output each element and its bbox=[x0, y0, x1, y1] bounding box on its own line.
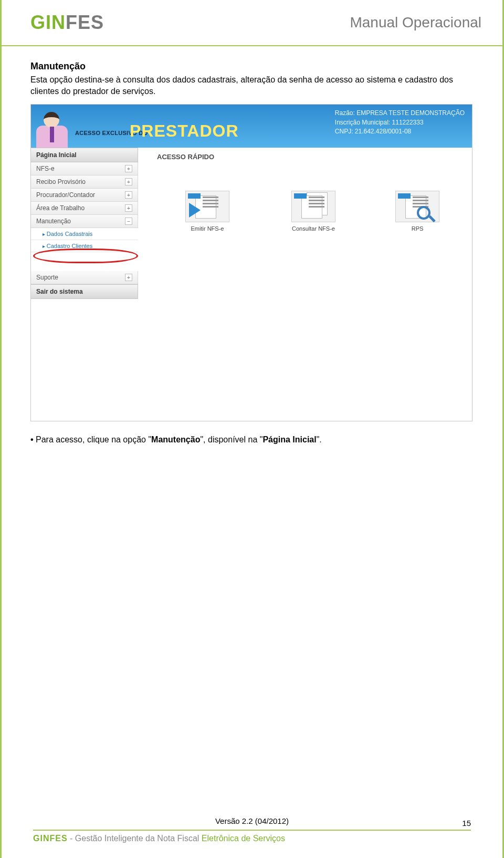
menu-item-label: Suporte bbox=[36, 274, 58, 281]
quick-emitir-nfse[interactable]: Emitir NFS-e bbox=[183, 191, 232, 232]
footer-tagline-2: Eletrônica de Serviços bbox=[202, 834, 285, 843]
bullet-bold-2: Página Inicial bbox=[262, 435, 316, 444]
menu-recibo[interactable]: Recibo Provisório+ bbox=[31, 175, 138, 189]
expand-icon[interactable]: + bbox=[125, 204, 132, 212]
page-number: 15 bbox=[462, 819, 471, 828]
menu-manutencao[interactable]: Manutenção− bbox=[31, 215, 138, 228]
left-menu: Página Inicial NFS-e+ Recibo Provisório+… bbox=[31, 148, 138, 299]
quick-access-heading: ACESSO RÁPIDO bbox=[157, 153, 214, 161]
ginfes-logo: GINFES bbox=[30, 12, 104, 34]
menu-item-label: Área de Trabalho bbox=[36, 204, 85, 212]
consult-icon bbox=[291, 191, 335, 222]
quick-item-label: RPS bbox=[393, 225, 442, 232]
document-title: Manual Operacional bbox=[350, 14, 481, 31]
quick-rps[interactable]: RPS bbox=[393, 191, 442, 232]
menu-procurador[interactable]: Procurador/Contador+ bbox=[31, 189, 138, 202]
company-inscricao: Inscrição Municipal: 111222333 bbox=[335, 118, 465, 127]
content-area: Manutenção Esta opção destina-se à consu… bbox=[2, 46, 502, 444]
footer-dash: - bbox=[68, 834, 75, 843]
section-description: Esta opção destina-se à consulta dos dad… bbox=[30, 74, 474, 97]
quick-consultar-nfse[interactable]: Consultar NFS-e bbox=[289, 191, 338, 232]
bullet-text-3: ". bbox=[317, 435, 322, 444]
bullet-bold-1: Manutenção bbox=[151, 435, 200, 444]
menu-item-label: Recibo Provisório bbox=[36, 178, 86, 185]
version-label: Versão 2.2 (04/2012) bbox=[33, 816, 471, 825]
collapse-icon[interactable]: − bbox=[125, 218, 132, 225]
menu-nfse[interactable]: NFS-e+ bbox=[31, 162, 138, 175]
avatar-icon bbox=[36, 110, 69, 148]
footer-tagline-1: Gestão Inteligente da Nota Fiscal bbox=[75, 834, 202, 843]
menu-item-label: Procurador/Contador bbox=[36, 191, 95, 199]
screenshot-figure: ACESSO EXCLUSIVO DO PRESTADOR Razão: EMP… bbox=[30, 104, 472, 421]
emit-icon bbox=[185, 191, 229, 222]
section-title: Manutenção bbox=[30, 61, 474, 72]
bullet-text-1: Para acesso, clique na opção " bbox=[36, 435, 151, 444]
page-header: GINFES Manual Operacional bbox=[2, 0, 502, 46]
rps-icon bbox=[395, 191, 439, 222]
instruction-bullet: Para acesso, clique na opção "Manutenção… bbox=[30, 435, 474, 444]
logo-part2: FES bbox=[66, 12, 104, 33]
menu-item-label: NFS-e bbox=[36, 165, 55, 172]
app-banner: ACESSO EXCLUSIVO DO PRESTADOR Razão: EMP… bbox=[31, 105, 472, 148]
expand-icon[interactable]: + bbox=[125, 178, 132, 185]
logo-part1: GIN bbox=[30, 12, 66, 33]
menu-item-label: Manutenção bbox=[36, 218, 71, 225]
company-cnpj: CNPJ: 21.642.428/0001-08 bbox=[335, 127, 465, 136]
company-info: Razão: EMPRESA TESTE DEMONSTRAÇÃO Inscri… bbox=[335, 109, 465, 136]
footer-brand: GINFES - Gestão Inteligente da Nota Fisc… bbox=[33, 834, 471, 843]
menu-area-trabalho[interactable]: Área de Trabalho+ bbox=[31, 202, 138, 215]
footer-rule bbox=[33, 830, 471, 831]
page-footer: 15 Versão 2.2 (04/2012) GINFES - Gestão … bbox=[2, 816, 502, 858]
expand-icon[interactable]: + bbox=[125, 274, 132, 281]
expand-icon[interactable]: + bbox=[125, 165, 132, 172]
submenu-cadastro-clientes[interactable]: Cadastro Clientes bbox=[31, 240, 138, 252]
menu-suporte[interactable]: Suporte+ bbox=[31, 271, 138, 284]
menu-sair[interactable]: Sair do sistema bbox=[31, 284, 138, 299]
bullet-text-2: ", disponível na " bbox=[200, 435, 262, 444]
expand-icon[interactable]: + bbox=[125, 191, 132, 199]
quick-item-label: Consultar NFS-e bbox=[289, 225, 338, 232]
company-razao: Razão: EMPRESA TESTE DEMONSTRAÇÃO bbox=[335, 109, 465, 118]
quick-item-label: Emitir NFS-e bbox=[183, 225, 232, 232]
role-title: PRESTADOR bbox=[130, 121, 239, 141]
footer-logo: GINFES bbox=[33, 834, 68, 843]
menu-pagina-inicial[interactable]: Página Inicial bbox=[31, 148, 138, 162]
submenu-dados-cadastrais[interactable]: Dados Cadastrais bbox=[31, 228, 138, 240]
